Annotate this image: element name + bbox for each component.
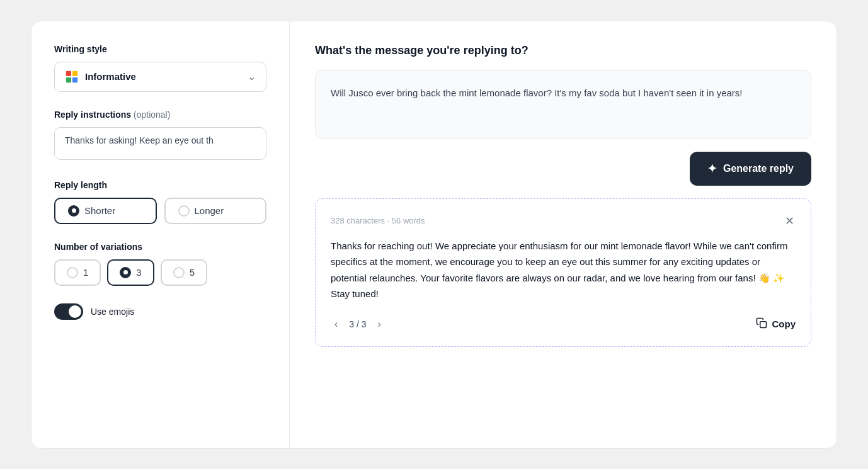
variation-5-label: 5 xyxy=(190,267,195,278)
generate-reply-button[interactable]: ✦ Generate reply xyxy=(690,152,811,186)
reply-instructions-input[interactable]: Thanks for asking! Keep an eye out th xyxy=(54,127,266,160)
copy-label: Copy xyxy=(772,319,796,329)
prev-page-button[interactable]: ‹ xyxy=(331,317,341,331)
message-text: Will Jusco ever bring back the mint lemo… xyxy=(331,86,796,101)
result-card: 328 characters · 56 words ✕ Thanks for r… xyxy=(315,198,811,347)
message-box: Will Jusco ever bring back the mint lemo… xyxy=(315,70,811,139)
svg-rect-1 xyxy=(72,71,77,76)
reply-length-shorter[interactable]: Shorter xyxy=(54,198,157,224)
writing-style-label: Writing style xyxy=(54,44,266,54)
writing-style-dropdown[interactable]: Informative ⌄ xyxy=(54,62,266,92)
style-color-icon xyxy=(65,70,79,84)
variations-label: Number of variations xyxy=(54,242,266,252)
use-emojis-toggle[interactable] xyxy=(54,303,83,320)
svg-rect-0 xyxy=(66,71,71,76)
reply-instructions-section: Reply instructions (optional) Thanks for… xyxy=(54,110,266,162)
variation-1[interactable]: 1 xyxy=(54,259,101,286)
variation-3-label: 3 xyxy=(136,267,141,278)
reply-length-shorter-label: Shorter xyxy=(84,205,115,216)
style-selected-label: Informative xyxy=(85,71,136,82)
radio-dot-shorter xyxy=(68,205,79,217)
main-card: Writing style Informative ⌄ Reply instru… xyxy=(31,21,837,449)
style-dropdown-left: Informative xyxy=(65,70,136,84)
close-result-button[interactable]: ✕ xyxy=(784,214,796,228)
radio-dot-5 xyxy=(173,267,185,278)
variation-3[interactable]: 3 xyxy=(107,259,154,286)
page-current: 3 xyxy=(349,319,354,329)
result-header: 328 characters · 56 words ✕ xyxy=(331,214,796,228)
radio-dot-1 xyxy=(67,267,78,278)
reply-length-group: Shorter Longer xyxy=(54,198,266,224)
chevron-down-icon: ⌄ xyxy=(248,71,256,82)
page-total: 3 xyxy=(362,319,367,329)
svg-rect-4 xyxy=(760,321,766,327)
writing-style-section: Writing style Informative ⌄ xyxy=(54,44,266,92)
sparkle-icon: ✦ xyxy=(707,162,717,176)
reply-length-longer[interactable]: Longer xyxy=(164,198,267,224)
generate-reply-label: Generate reply xyxy=(723,163,794,174)
generate-btn-row: ✦ Generate reply xyxy=(315,152,811,186)
right-title: What's the message you're replying to? xyxy=(315,44,811,57)
reply-instructions-optional: (optional) xyxy=(134,110,170,120)
variations-section: Number of variations 1 3 5 xyxy=(54,242,266,286)
use-emojis-label: Use emojis xyxy=(91,307,134,317)
radio-dot-3 xyxy=(120,267,131,278)
char-count: 328 characters · 56 words xyxy=(331,216,425,225)
use-emojis-section: Use emojis xyxy=(54,303,266,320)
copy-button[interactable]: Copy xyxy=(756,317,796,331)
next-page-button[interactable]: › xyxy=(374,317,385,331)
svg-rect-3 xyxy=(72,77,77,82)
variations-group: 1 3 5 xyxy=(54,259,266,286)
reply-length-label: Reply length xyxy=(54,180,266,190)
svg-rect-2 xyxy=(66,77,71,82)
toggle-thumb xyxy=(69,305,81,318)
pagination: ‹ 3 / 3 › xyxy=(331,317,385,331)
result-footer: ‹ 3 / 3 › Copy xyxy=(331,317,796,331)
variation-1-label: 1 xyxy=(83,267,88,278)
radio-dot-longer xyxy=(178,205,190,217)
reply-length-longer-label: Longer xyxy=(195,205,224,216)
reply-instructions-label: Reply instructions (optional) xyxy=(54,110,266,120)
reply-length-section: Reply length Shorter Longer xyxy=(54,180,266,224)
right-panel: What's the message you're replying to? W… xyxy=(290,21,837,448)
copy-icon xyxy=(756,317,767,331)
variation-5[interactable]: 5 xyxy=(161,259,207,286)
result-text: Thanks for reaching out! We appreciate y… xyxy=(331,238,796,302)
left-panel: Writing style Informative ⌄ Reply instru… xyxy=(31,21,290,448)
page-indicator: 3 / 3 xyxy=(349,319,366,329)
